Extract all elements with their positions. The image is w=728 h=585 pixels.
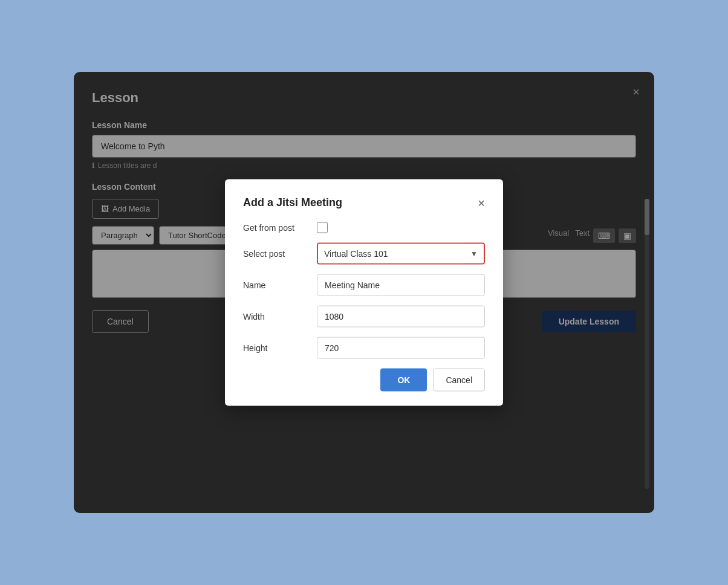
- get-from-post-label: Get from post: [243, 223, 310, 233]
- width-input[interactable]: [317, 306, 485, 328]
- height-row: Height: [243, 337, 485, 359]
- select-post-label: Select post: [243, 249, 310, 259]
- width-label: Width: [243, 312, 310, 322]
- jitsi-meeting-dialog: Add a Jitsi Meeting × Get from post Sele…: [225, 179, 503, 406]
- get-from-post-row: Get from post: [243, 222, 485, 233]
- jitsi-dialog-header: Add a Jitsi Meeting ×: [243, 196, 485, 209]
- jitsi-dialog-title: Add a Jitsi Meeting: [243, 196, 342, 209]
- name-input[interactable]: [317, 274, 485, 296]
- height-label: Height: [243, 343, 310, 353]
- name-row: Name: [243, 274, 485, 296]
- jitsi-cancel-button[interactable]: Cancel: [433, 369, 485, 392]
- lesson-modal: × Lesson Lesson Name ℹ Lesson titles are…: [74, 72, 654, 513]
- select-post-row: Select post Virtual Class 101 ▼: [243, 243, 485, 265]
- name-label: Name: [243, 280, 310, 290]
- select-post-dropdown[interactable]: Virtual Class 101: [318, 244, 464, 263]
- get-from-post-checkbox[interactable]: [317, 222, 328, 233]
- height-input[interactable]: [317, 337, 485, 359]
- jitsi-dialog-footer: OK Cancel: [243, 369, 485, 392]
- width-row: Width: [243, 306, 485, 328]
- select-post-wrapper: Virtual Class 101 ▼: [317, 243, 485, 265]
- dropdown-arrow-icon: ▼: [464, 250, 484, 258]
- jitsi-close-button[interactable]: ×: [478, 196, 485, 208]
- jitsi-ok-button[interactable]: OK: [380, 369, 427, 392]
